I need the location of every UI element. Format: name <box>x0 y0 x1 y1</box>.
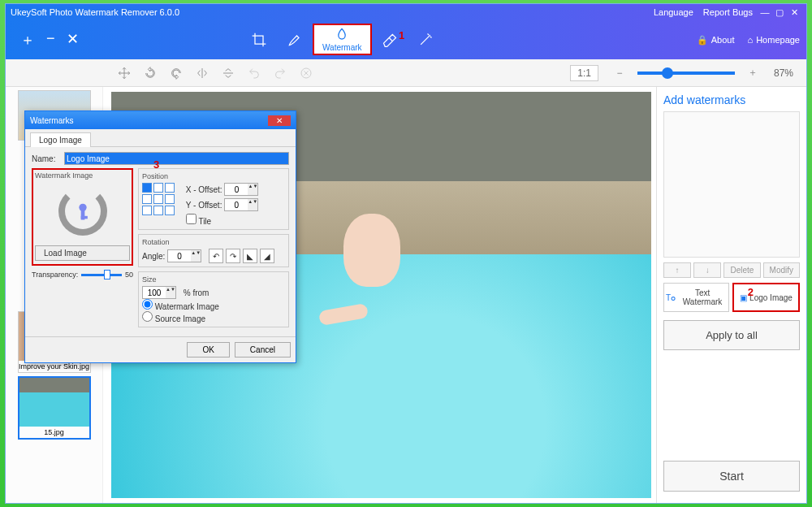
watermark-image-group: Watermark Image Load Image <box>32 168 133 266</box>
crop-tool[interactable] <box>241 30 277 50</box>
zoom-ratio[interactable]: 1:1 <box>570 65 598 81</box>
redo-icon[interactable] <box>269 62 292 84</box>
transparency-slider[interactable] <box>81 274 122 276</box>
start-button[interactable]: Start <box>663 461 800 492</box>
brush-tool[interactable] <box>277 30 313 50</box>
flip-v-icon[interactable]: ◢ <box>260 249 274 263</box>
about-link[interactable]: 🔒 About <box>697 35 735 46</box>
thumbnail-item[interactable]: 15.jpg <box>18 376 91 440</box>
dialog-titlebar[interactable]: Watermarks ✕ <box>25 111 296 129</box>
right-panel: Add watermarks ↑ ↓ Delete Modify 2 TᴏTex… <box>656 87 806 503</box>
transparency-value: 50 <box>125 271 133 279</box>
zoom-in-icon[interactable]: ＋ <box>741 62 764 84</box>
svg-point-1 <box>79 204 86 211</box>
transparency-label: Transparency: <box>32 271 78 279</box>
move-up-button[interactable]: ↑ <box>663 262 691 278</box>
marker-1: 1 <box>399 29 404 41</box>
rotation-group: Rotation Angle: ▲▼ ↶ ↷ ◣ ◢ <box>138 234 289 267</box>
report-bugs-link[interactable]: Report Bugs <box>703 7 753 17</box>
y-offset-input[interactable]: ▲▼ <box>224 198 258 211</box>
zoom-percent: 87% <box>774 67 793 79</box>
remove-icon[interactable]: − <box>46 30 55 50</box>
tile-checkbox[interactable] <box>186 214 197 224</box>
logo-image-button[interactable]: ▣Logo Image <box>732 283 800 312</box>
marker-2: 2 <box>748 286 754 298</box>
title-bar: UkeySoft Photo Watermark Remover 6.0.0 L… <box>6 4 806 20</box>
language-link[interactable]: Language <box>654 7 693 17</box>
flip-h-icon[interactable] <box>191 62 214 84</box>
svg-rect-3 <box>80 216 87 219</box>
apply-all-button[interactable]: Apply to all <box>663 320 800 350</box>
rot-cw-icon[interactable]: ↷ <box>226 249 240 263</box>
marker-3: 3 <box>153 158 159 171</box>
maximize-button[interactable]: ▢ <box>772 7 787 18</box>
cancel-button[interactable]: Cancel <box>235 342 291 358</box>
text-watermark-button[interactable]: TᴏText Watermark <box>663 283 729 312</box>
flip-h-icon[interactable]: ◣ <box>243 249 257 263</box>
size-input[interactable]: ▲▼ <box>142 286 176 299</box>
move-icon[interactable] <box>113 62 136 84</box>
load-image-button[interactable]: Load Image <box>35 245 130 261</box>
undo-icon[interactable] <box>243 62 266 84</box>
zoom-slider[interactable] <box>637 72 735 75</box>
app-title: UkeySoft Photo Watermark Remover 6.0.0 <box>11 7 649 17</box>
wand-tool[interactable] <box>408 30 443 50</box>
add-icon[interactable]: ＋ <box>20 30 35 50</box>
rot-ccw-icon[interactable]: ↶ <box>209 249 223 263</box>
x-offset-input[interactable]: ▲▼ <box>224 183 258 196</box>
size-from-source-radio[interactable] <box>142 311 153 322</box>
thumbnail-label: 15.jpg <box>19 427 89 438</box>
discard-icon[interactable]: ✕ <box>67 30 79 50</box>
minimize-button[interactable]: — <box>758 7 772 17</box>
delete-button[interactable]: Delete <box>723 262 760 278</box>
size-group: Size ▲▼ % from Watermark Image Source Im… <box>138 271 289 327</box>
move-down-button[interactable]: ↓ <box>693 262 721 278</box>
dialog-close-icon[interactable]: ✕ <box>268 115 291 126</box>
edit-toolbar: 1:1 − ＋ 87% <box>6 59 806 87</box>
angle-input[interactable]: ▲▼ <box>167 249 201 262</box>
watermarks-dialog: Watermarks ✕ Logo Image Name: 3 Watermar… <box>24 110 296 363</box>
close-button[interactable]: ✕ <box>787 7 801 18</box>
name-label: Name: <box>32 154 61 163</box>
logo-preview <box>35 180 130 243</box>
dialog-title: Watermarks <box>30 116 74 125</box>
watermark-preview <box>663 111 800 258</box>
clear-icon[interactable] <box>295 62 317 84</box>
zoom-out-icon[interactable]: − <box>608 62 631 84</box>
name-input[interactable] <box>64 152 289 165</box>
modify-button[interactable]: Modify <box>763 262 800 278</box>
homepage-link[interactable]: ⌂ Homepage <box>748 35 800 45</box>
watermark-tool[interactable]: Watermark <box>313 24 372 55</box>
position-group: Position X - Offset: ▲▼ Y - Offset: ▲▼ T… <box>138 168 289 230</box>
rotate-cw-icon[interactable] <box>165 62 188 84</box>
ribbon: ＋ − ✕ Watermark 🔒 About ⌂ Homepage <box>6 20 806 59</box>
tab-logo-image[interactable]: Logo Image <box>30 132 91 147</box>
rotate-ccw-icon[interactable] <box>139 62 162 84</box>
panel-title: Add watermarks <box>663 93 800 106</box>
flip-v-icon[interactable] <box>217 62 240 84</box>
ok-button[interactable]: OK <box>187 342 229 358</box>
position-grid[interactable] <box>142 183 179 215</box>
size-from-watermark-radio[interactable] <box>142 299 153 310</box>
